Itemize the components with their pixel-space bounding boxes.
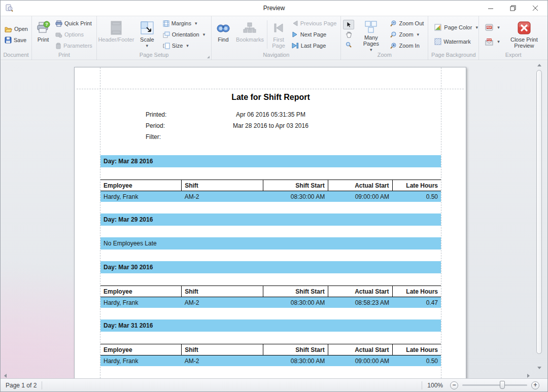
close-button[interactable]: [524, 1, 546, 16]
bookmarks-icon: [243, 20, 256, 35]
many-pages-label: Many Pages: [358, 34, 384, 47]
export-document-button[interactable]: PDF: [483, 22, 502, 32]
options-icon: [55, 31, 62, 38]
ribbon: Open Save Document: [1, 16, 547, 60]
table-cell: AM-2: [182, 355, 263, 367]
print-button[interactable]: ? Print: [34, 19, 52, 50]
scroll-up-icon[interactable]: [537, 64, 541, 66]
column-header: Shift: [182, 180, 263, 191]
ribbon-group-document: Open Save Document: [1, 16, 32, 60]
report-page: Late for Shift Report Printed: Apr 06 20…: [74, 67, 466, 379]
save-button[interactable]: Save: [3, 35, 28, 45]
watermark-button[interactable]: Watermark: [432, 37, 472, 47]
magnifier-tool-button[interactable]: [343, 40, 354, 50]
quick-print-button[interactable]: Quick Print: [53, 18, 94, 28]
page-info: Page 1 of 2: [1, 382, 37, 389]
options-label: Options: [64, 31, 84, 38]
svg-text:PDF: PDF: [487, 26, 492, 29]
zoom-in-label: Zoom In: [399, 43, 419, 49]
group-label-print: Print: [32, 51, 96, 60]
table-cell: Hardy, Frank: [100, 355, 182, 367]
next-page-button[interactable]: Next Page: [290, 29, 339, 40]
first-page-button: First Page: [269, 19, 287, 50]
status-separator-right: [422, 381, 422, 389]
zoom-slider-thumb[interactable]: [500, 381, 505, 389]
page-color-button[interactable]: Page Color: [432, 22, 480, 32]
minimize-button[interactable]: [480, 1, 502, 16]
pointer-tool-button[interactable]: [343, 20, 354, 29]
zoom-slider[interactable]: [462, 384, 527, 386]
find-icon: [216, 20, 230, 35]
zoom-in-icon: [390, 43, 397, 49]
send-via-email-button[interactable]: PDF: [483, 37, 502, 47]
filter-label: Filter:: [146, 133, 161, 140]
table-cell: AM-2: [182, 191, 263, 202]
page-setup-dialog-launcher-icon[interactable]: [207, 56, 210, 58]
table-cell: 08:30:00 AM: [263, 191, 328, 202]
scroll-left-icon[interactable]: [4, 374, 7, 378]
table-header-row: EmployeeShiftShift StartActual StartLate…: [100, 286, 441, 297]
ribbon-group-export: PDF PDF: [479, 16, 547, 60]
preview-surface[interactable]: Late for Shift Report Printed: Apr 06 20…: [1, 61, 547, 379]
zoom-button[interactable]: Zoom: [388, 29, 426, 40]
first-page-icon: [273, 20, 284, 35]
statusbar: Page 1 of 2 100% − +: [1, 378, 547, 391]
table-header-row: EmployeeShiftShift StartActual StartLate…: [100, 180, 441, 191]
titlebar: Preview: [1, 1, 547, 16]
vertical-scrollbar[interactable]: [536, 63, 543, 370]
scroll-right-icon[interactable]: [527, 374, 530, 378]
column-header: Shift: [182, 286, 263, 297]
zoom-level-value: 100%: [427, 382, 443, 389]
table-row: Hardy, FrankAM-208:30:00 AM09:00:00 AM0.…: [100, 191, 441, 202]
zoom-in-button[interactable]: Zoom In: [388, 41, 426, 51]
margins-button[interactable]: Margins: [161, 18, 207, 28]
zoom-in-step-button[interactable]: +: [531, 381, 539, 389]
open-label: Open: [14, 26, 28, 32]
page-color-icon: [434, 24, 442, 31]
column-header: Employee: [100, 286, 182, 297]
zoom-out-button[interactable]: Zoom Out: [388, 18, 426, 28]
scale-button[interactable]: Scale: [136, 19, 158, 50]
group-label-zoom: Zoom: [341, 51, 428, 60]
preview-window: Preview: [0, 0, 548, 392]
close-print-preview-button[interactable]: Close Print Preview: [506, 19, 542, 50]
orientation-button[interactable]: Orientation: [161, 29, 207, 40]
many-pages-button[interactable]: Many Pages: [356, 19, 386, 50]
status-separator: [42, 381, 42, 389]
last-page-button[interactable]: Last Page: [290, 41, 339, 51]
table-cell: 09:00:00 AM: [328, 191, 392, 202]
size-button[interactable]: Size: [161, 41, 207, 51]
right-margin-guide: [441, 67, 441, 379]
find-button[interactable]: Find: [214, 19, 232, 50]
previous-page-button: Previous Page: [290, 18, 339, 28]
table-cell: 08:58:23 AM: [328, 297, 392, 308]
report-meta: Printed: Apr 06 2016 05:31:35 PM Period:…: [100, 110, 441, 143]
quick-print-label: Quick Print: [64, 20, 92, 26]
table-cell: 09:00:00 AM: [328, 355, 392, 367]
watermark-icon: [434, 38, 441, 45]
group-label-page-background: Page Background: [428, 51, 478, 60]
open-button[interactable]: Open: [3, 24, 30, 34]
shift-table: EmployeeShiftShift StartActual StartLate…: [100, 180, 441, 202]
print-label: Print: [38, 37, 49, 43]
group-label-export: Export: [479, 51, 547, 60]
bookmarks-label: Bookmarks: [236, 37, 264, 43]
hand-tool-button[interactable]: [343, 30, 354, 40]
column-header: Shift Start: [263, 344, 328, 355]
restore-button[interactable]: [502, 1, 524, 16]
zoom-label: Zoom: [399, 31, 413, 38]
window-title: Preview: [1, 5, 547, 12]
day-header-band: Day: Mar 30 2016: [100, 261, 441, 273]
zoom-out-step-button[interactable]: −: [450, 381, 458, 389]
parameters-button: Parameters: [53, 41, 94, 51]
scroll-down-icon[interactable]: [537, 367, 541, 369]
day-header-band: Day: Mar 31 2016: [100, 319, 441, 332]
day-section: Day: Mar 28 2016EmployeeShiftShift Start…: [100, 155, 441, 202]
no-employees-late-band: No Employees Late: [100, 237, 441, 250]
next-page-icon: [292, 31, 298, 38]
margins-label: Margins: [172, 20, 191, 26]
vertical-scrollbar-thumb[interactable]: [536, 70, 542, 354]
many-pages-icon: [364, 20, 378, 33]
period-value: Mar 28 2016 to Apr 03 2016: [100, 122, 441, 129]
table-cell: 0.47: [392, 297, 441, 308]
